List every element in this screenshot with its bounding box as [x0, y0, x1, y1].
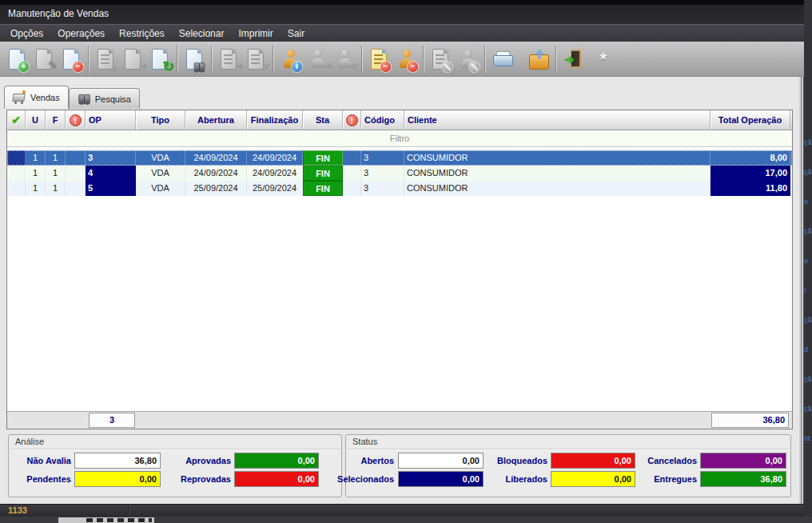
person-forward-icon [311, 50, 324, 68]
header-op[interactable]: OP [86, 110, 136, 130]
doc-warning-button[interactable]: ▲ [92, 45, 119, 74]
menu-opcoes[interactable]: Opções [3, 26, 50, 41]
summary-total: 36,80 [711, 413, 789, 428]
row-check-cell [7, 150, 26, 166]
analise-title: Análise [15, 437, 44, 446]
header-abertura[interactable]: Abertura [185, 110, 247, 130]
filter-row[interactable]: Filtro [7, 130, 792, 147]
grid-summary-row: 3 36,80 [7, 411, 792, 429]
shopping-cart-icon [13, 92, 26, 103]
new-record-button[interactable]: + [3, 45, 30, 74]
person-info-button[interactable]: i [277, 45, 304, 74]
cell-codigo: 3 [361, 181, 404, 196]
nao-avalia-value: 36,80 [74, 453, 161, 469]
cell-cliente: CONSUMIDOR [404, 166, 710, 181]
tab-vendas[interactable]: Vendas [4, 86, 69, 109]
cell-f: 1 [46, 181, 66, 196]
edit-record-button[interactable]: ✎ [30, 45, 58, 74]
status-title: Status [352, 437, 377, 446]
entregues-value: 36,80 [700, 471, 786, 487]
doc-disable-button[interactable] [427, 45, 454, 74]
print-button[interactable] [488, 45, 515, 74]
cell-sta: FIN [303, 166, 343, 181]
person-forward-button[interactable]: ➔ [304, 45, 331, 74]
window-title: Manutenção de Vendas [8, 8, 109, 19]
alert-icon: ! [346, 114, 358, 126]
printer-icon [493, 51, 511, 66]
cell-finalizacao: 24/09/2024 [247, 150, 303, 166]
cell-sta: FIN [303, 181, 343, 196]
table-row[interactable]: 1 1 3 VDA 24/09/2024 24/09/2024 FIN 3 CO… [7, 150, 792, 166]
header-sta[interactable]: Sta [303, 110, 343, 130]
delete-record-button[interactable]: − [58, 45, 85, 74]
doc-forward-button[interactable]: ➔ [119, 45, 146, 74]
pendentes-label: Pendentes [9, 471, 71, 487]
reprovadas-label: Reprovadas [159, 471, 231, 487]
cell-tipo: VDA [136, 181, 185, 196]
table-row[interactable]: 1 1 5 VDA 25/09/2024 25/09/2024 FIN 3 CO… [7, 181, 792, 196]
menu-imprimir[interactable]: Imprimir [231, 26, 280, 41]
nao-avalia-label: Não Avalia [9, 453, 71, 469]
cell-alert [66, 181, 86, 196]
menu-restricoes[interactable]: Restrições [112, 26, 172, 41]
liberados-label: Liberados [474, 471, 547, 487]
header-total-operacao[interactable]: Total Operação [710, 110, 790, 130]
archive-button[interactable] [525, 45, 552, 74]
selecionados-value: 0,00 [398, 471, 484, 487]
cell-alert [66, 150, 86, 166]
sales-grid: ✔ U F ! OP Tipo Abertura Finalização Sta… [6, 110, 793, 429]
entregues-label: Entregues [622, 471, 697, 487]
header-f[interactable]: F [46, 110, 66, 130]
grid-header-row: ✔ U F ! OP Tipo Abertura Finalização Sta… [7, 110, 792, 130]
menu-operacoes[interactable]: Operações [50, 26, 112, 41]
check-icon: ✔ [11, 110, 21, 130]
cell-u: 1 [26, 150, 46, 166]
cell-alert [66, 166, 86, 181]
background-window-strip [0, 517, 812, 523]
header-check[interactable]: ✔ [7, 110, 26, 130]
tab-bar: Vendas Pesquisa [4, 86, 140, 109]
reprovadas-value: 0,00 [234, 471, 319, 487]
doc-search-button[interactable] [181, 45, 208, 74]
title-bar[interactable]: Manutenção de Vendas [0, 0, 804, 24]
doc-export-button[interactable]: ➔ [215, 45, 242, 74]
cell-codigo: 3 [361, 166, 404, 181]
doc-refresh-button[interactable]: ↻ [146, 45, 173, 74]
person-cancel-button[interactable]: ✕ [331, 45, 358, 74]
row-check-cell [7, 181, 26, 196]
analise-panel: Análise Não Avalia 36,80 Aprovadas 0,00 … [8, 434, 342, 497]
summary-row-count: 3 [89, 413, 135, 428]
doc-remove-button[interactable]: − [365, 45, 392, 74]
table-row[interactable]: 1 1 4 VDA 24/09/2024 24/09/2024 FIN 3 CO… [7, 166, 792, 181]
cell-cliente: CONSUMIDOR [404, 150, 710, 166]
bloqueados-label: Bloqueados [474, 453, 547, 469]
header-cliente[interactable]: Cliente [404, 110, 710, 130]
exit-button[interactable]: ➔ [559, 45, 587, 74]
menu-sair[interactable]: Sair [281, 26, 312, 41]
header-alert1[interactable]: ! [66, 110, 86, 130]
exit-arrow-icon: ➔ [565, 53, 575, 66]
abertos-value: 0,00 [398, 453, 484, 469]
tab-pesquisa[interactable]: Pesquisa [69, 88, 140, 109]
status-panel: Status Abertos 0,00 Bloqueados 0,00 Canc… [345, 434, 791, 497]
doc-cancel-button[interactable]: ✕ [242, 45, 269, 74]
cell-sta: FIN [303, 150, 343, 166]
header-finalizacao[interactable]: Finalização [247, 110, 303, 130]
cell-finalizacao: 25/09/2024 [247, 181, 303, 196]
menu-selecionar[interactable]: Selecionar [172, 26, 232, 41]
background-window-clipped-text [86, 518, 152, 522]
cell-tipo: VDA [136, 166, 185, 181]
toolbar-separator [423, 46, 424, 73]
header-alert2[interactable]: ! [343, 110, 361, 130]
header-u[interactable]: U [26, 110, 46, 130]
alert-icon: ! [70, 114, 82, 126]
record-count: 1133 [8, 505, 27, 515]
cell-abertura: 24/09/2024 [185, 150, 247, 166]
aprovadas-value: 0,00 [234, 453, 319, 469]
person-remove-button[interactable]: − [392, 45, 420, 74]
header-codigo[interactable]: Código [361, 110, 404, 130]
selecionados-label: Selecionados [335, 471, 394, 487]
header-tipo[interactable]: Tipo [136, 110, 185, 130]
cell-op: 5 [86, 181, 136, 196]
person-disable-button[interactable] [454, 45, 481, 74]
